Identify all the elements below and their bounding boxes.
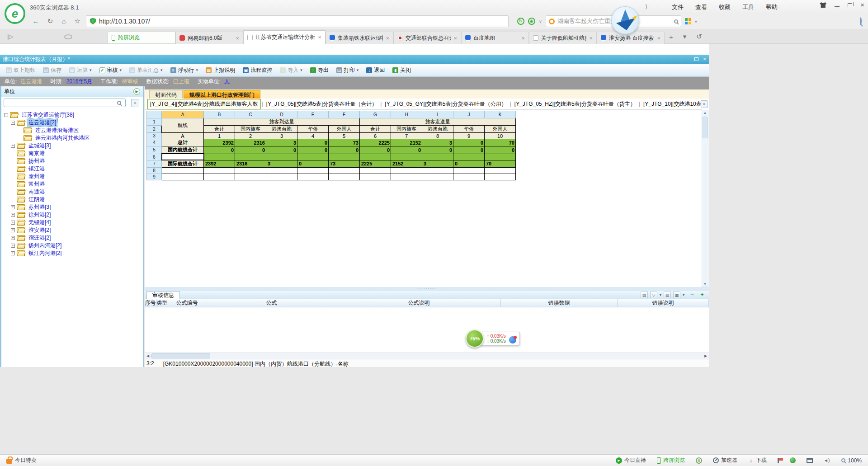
audit-column-header[interactable]: 错误数据	[501, 299, 618, 307]
refresh-all-icon[interactable]: ↻	[517, 18, 524, 25]
sheet-tab[interactable]: [Y_JTG_4][交统港4表]分航线进出港旅客人数	[147, 99, 261, 109]
column-header[interactable]: D	[266, 111, 297, 118]
grid-cell[interactable]	[391, 174, 422, 180]
print-button[interactable]: ▤打印▾	[333, 65, 362, 75]
expand-pane-icon[interactable]: +	[699, 292, 705, 298]
grid-cell[interactable]	[329, 168, 360, 174]
column-header[interactable]: J	[453, 111, 485, 118]
tree-item[interactable]: +徐州港[2]	[1, 211, 143, 219]
scroll-thumb[interactable]	[703, 117, 708, 138]
grid-cell[interactable]	[266, 174, 297, 180]
prev-period-button[interactable]: ▤取上期数	[3, 65, 38, 75]
close-window-button[interactable]: ×	[860, 2, 864, 8]
home-button[interactable]: ⌂	[58, 16, 70, 27]
browser-tab[interactable]: 交通部联合铁总召开推进×	[393, 32, 461, 44]
grid-cell[interactable]: 0	[204, 146, 235, 154]
grid-cell[interactable]: 旅客发送量	[360, 118, 516, 126]
grid-cell[interactable]: 3	[266, 133, 297, 139]
tab-close-icon[interactable]: ×	[386, 35, 389, 42]
collapse-pane-icon[interactable]: −	[689, 292, 695, 298]
grid-cell[interactable]	[329, 174, 360, 180]
grid-cell[interactable]: 2392	[204, 139, 235, 146]
tree-item[interactable]: 常州港	[1, 180, 143, 188]
grid-cell[interactable]	[235, 168, 266, 174]
row-header[interactable]: 8	[147, 168, 162, 174]
tab-close-icon[interactable]: ×	[236, 35, 239, 42]
grid-cell[interactable]: 2225	[360, 139, 391, 146]
column-header[interactable]: H	[391, 111, 422, 118]
tree-item[interactable]: +淮安港[2]	[1, 226, 143, 234]
audit-column-header[interactable]: 类型	[156, 299, 168, 307]
favorite-button[interactable]: ☆	[71, 16, 83, 27]
audit-button[interactable]: ✓审核▾	[96, 65, 125, 75]
audit-column-header[interactable]: 公式说明	[337, 299, 501, 307]
browser-tab[interactable]: 关于降低船舶引航费收费×	[529, 32, 597, 44]
taskbar-flag[interactable]	[778, 458, 779, 463]
column-header[interactable]: K	[485, 111, 516, 118]
grid-cell[interactable]	[266, 168, 297, 174]
audit-save-icon[interactable]: ▤	[641, 292, 648, 298]
grid-cell[interactable]: 0	[391, 146, 422, 154]
tree-expand-icon[interactable]: +	[11, 205, 15, 209]
grid-cell[interactable]: 华侨	[297, 126, 329, 133]
grid-cell[interactable]: 外国人	[485, 126, 516, 133]
session-restore-icon[interactable]: |▷	[7, 33, 13, 40]
taskbar-speaker[interactable]	[824, 458, 830, 463]
grid-cell[interactable]	[485, 154, 516, 160]
grid-cell[interactable]	[204, 154, 235, 160]
page-tab[interactable]: 规模以上港口行政管理部门	[184, 90, 260, 99]
tree-item[interactable]: +宿迁港[2]	[1, 234, 143, 242]
flow-monitor-button[interactable]: ▣流程监控	[240, 65, 275, 75]
tree-expand-icon[interactable]: +	[11, 213, 15, 217]
url-input[interactable]	[99, 18, 505, 25]
grid-cell[interactable]: 国内旅客	[391, 126, 422, 133]
scroll-right-icon[interactable]: ▶	[703, 353, 709, 359]
zoom-control[interactable]: 100%	[841, 457, 862, 464]
grid-cell[interactable]: 73	[329, 160, 360, 168]
grid-cell[interactable]: 2	[235, 133, 266, 139]
hscroll-thumb[interactable]	[151, 353, 210, 358]
tab-close-icon[interactable]: ×	[453, 35, 457, 42]
sidebar-search-icon[interactable]	[117, 101, 121, 105]
export-button[interactable]: ↑导出	[307, 65, 332, 75]
grid-cell[interactable]: 70	[485, 139, 516, 146]
grid-cell[interactable]: 0	[360, 146, 391, 154]
tree-item[interactable]: 南京港	[1, 150, 143, 157]
grid-cell[interactable]: 3	[422, 160, 453, 168]
audit-column-header[interactable]: 公式编号	[168, 299, 206, 307]
row-header[interactable]: 1	[147, 118, 162, 126]
audit-column-header[interactable]: 序号	[145, 299, 156, 307]
float-row-button[interactable]: ≡浮动行▾	[167, 65, 202, 75]
speed-widget-icon[interactable]	[509, 336, 516, 344]
grid-cell[interactable]: 2225	[360, 160, 391, 168]
reopen-tab-icon[interactable]: ↺	[696, 33, 702, 41]
tree-expand-icon[interactable]: +	[11, 251, 15, 255]
browser-logo-icon[interactable]: e	[5, 3, 25, 24]
tree-collapse-icon[interactable]: −	[11, 121, 15, 125]
tab-close-icon[interactable]: ×	[589, 35, 593, 42]
grid-cell[interactable]	[485, 168, 516, 174]
grid-cell[interactable]	[391, 154, 422, 160]
grid-cell[interactable]: 港澳台胞	[266, 126, 297, 133]
grid-cell[interactable]: 4	[297, 133, 329, 139]
taskbar-ball[interactable]	[790, 457, 796, 463]
taskbar-booster[interactable]: 加速器	[713, 457, 737, 464]
app-popout-icon[interactable]	[694, 57, 698, 61]
grid-cell[interactable]: 2316	[235, 160, 266, 168]
tab-close-icon[interactable]: ×	[318, 34, 321, 41]
apps-grid-icon[interactable]	[685, 18, 691, 24]
grid-cell[interactable]	[422, 154, 453, 160]
tab-close-icon[interactable]: ×	[657, 35, 660, 42]
grid-cell[interactable]: A	[162, 133, 204, 139]
pane-splitter[interactable]: ·········	[145, 287, 709, 291]
grid-cell[interactable]: 3	[266, 139, 297, 146]
grid-cell[interactable]: 0	[297, 146, 329, 154]
apps-dropdown-icon[interactable]: ▾	[695, 19, 697, 24]
tree-item[interactable]: 南通港	[1, 188, 143, 196]
column-header[interactable]: E	[297, 111, 329, 118]
tree-item[interactable]: +盐城港[3]	[1, 142, 143, 150]
grid-cell[interactable]	[485, 174, 516, 180]
audit-export-icon[interactable]: ▥	[664, 292, 671, 298]
grid-cell[interactable]: 0	[453, 139, 485, 146]
close-button[interactable]: ▮关闭	[389, 65, 414, 75]
